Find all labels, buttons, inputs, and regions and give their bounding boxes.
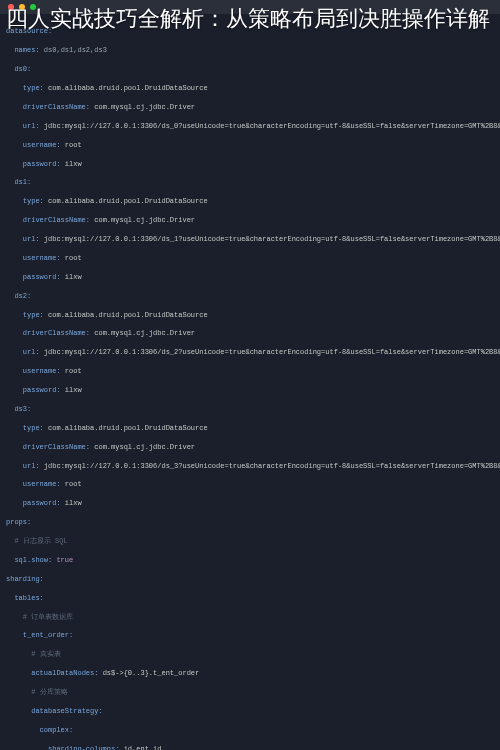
val-url: jdbc:mysql://127.0.0.1:3306/ds_2?useUnic… — [44, 348, 500, 356]
key-pass: password: — [23, 386, 61, 394]
label-ds2: ds2: — [14, 292, 31, 300]
val-user: root — [65, 367, 82, 375]
label-ds1: ds1: — [14, 178, 31, 186]
key-names: names: — [14, 46, 39, 54]
val-user: root — [65, 254, 82, 262]
val-driver: com.mysql.cj.jdbc.Driver — [94, 329, 195, 337]
label-complex: complex: — [40, 726, 74, 734]
comment-real: # 真实表 — [31, 650, 60, 658]
label-props: props: — [6, 518, 31, 526]
key-pass: password: — [23, 499, 61, 507]
val-url: jdbc:mysql://127.0.0.1:3306/ds_3?useUnic… — [44, 462, 500, 470]
key-driver: driverClassName: — [23, 443, 90, 451]
label-t-ent-order: t_ent_order: — [23, 631, 73, 639]
val-pass: ilxw — [65, 499, 82, 507]
key-user: username: — [23, 480, 61, 488]
key-pass: password: — [23, 160, 61, 168]
val-driver: com.mysql.cj.jdbc.Driver — [94, 443, 195, 451]
val-names: ds0,ds1,ds2,ds3 — [44, 46, 107, 54]
key-pass: password: — [23, 273, 61, 281]
val-driver: com.mysql.cj.jdbc.Driver — [94, 216, 195, 224]
key-driver: driverClassName: — [23, 103, 90, 111]
key-url: url: — [23, 462, 40, 470]
label-tables: tables: — [14, 594, 43, 602]
key-driver: driverClassName: — [23, 216, 90, 224]
key-url: url: — [23, 235, 40, 243]
val-user: root — [65, 141, 82, 149]
key-type: type: — [23, 424, 44, 432]
comment-sql: # 日志显示 SQL — [14, 537, 67, 545]
key-user: username: — [23, 254, 61, 262]
val-pass: ilxw — [65, 273, 82, 281]
val-type: com.alibaba.druid.pool.DruidDataSource — [48, 311, 208, 319]
comment-order: # 订单表数据库 — [23, 613, 73, 621]
key-nodes: actualDataNodes: — [31, 669, 98, 677]
key-type: type: — [23, 311, 44, 319]
article-title: 四人实战技巧全解析：从策略布局到决胜操作详解 — [0, 0, 500, 35]
val-type: com.alibaba.druid.pool.DruidDataSource — [48, 84, 208, 92]
code-block: datasource: names: ds0,ds1,ds2,ds3 ds0: … — [0, 14, 500, 750]
key-url: url: — [23, 348, 40, 356]
code-window: datasource: names: ds0,ds1,ds2,ds3 ds0: … — [0, 0, 500, 750]
comment-db: # 分库策略 — [31, 688, 67, 696]
val-pass: ilxw — [65, 386, 82, 394]
key-type: type: — [23, 197, 44, 205]
val-type: com.alibaba.druid.pool.DruidDataSource — [48, 197, 208, 205]
val-driver: com.mysql.cj.jdbc.Driver — [94, 103, 195, 111]
label-ds0: ds0: — [14, 65, 31, 73]
key-driver: driverClassName: — [23, 329, 90, 337]
key-type: type: — [23, 84, 44, 92]
val-type: com.alibaba.druid.pool.DruidDataSource — [48, 424, 208, 432]
key-user: username: — [23, 141, 61, 149]
key-url: url: — [23, 122, 40, 130]
val-pass: ilxw — [65, 160, 82, 168]
key-sqlshow: sql.show: — [14, 556, 52, 564]
val-nodes: ds$->{0..3}.t_ent_order — [103, 669, 200, 677]
val-user: root — [65, 480, 82, 488]
label-ds3: ds3: — [14, 405, 31, 413]
key-cols: sharding-columns: — [48, 745, 119, 750]
val-cols: id,ent_id — [124, 745, 162, 750]
label-dbstrat: databaseStrategy: — [31, 707, 102, 715]
val-url: jdbc:mysql://127.0.0.1:3306/ds_1?useUnic… — [44, 235, 500, 243]
label-sharding: sharding: — [6, 575, 44, 583]
val-true: true — [56, 556, 73, 564]
val-url: jdbc:mysql://127.0.0.1:3306/ds_0?useUnic… — [44, 122, 500, 130]
key-user: username: — [23, 367, 61, 375]
